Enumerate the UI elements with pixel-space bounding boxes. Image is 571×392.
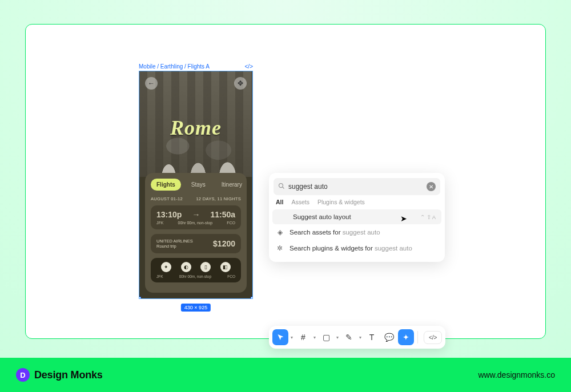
assets-icon: ◈	[276, 228, 284, 236]
tab-itinerary[interactable]: Itinerary	[216, 179, 248, 191]
caret-icon[interactable]: ▾	[358, 335, 363, 340]
frame-code-icon[interactable]: </>	[245, 63, 253, 70]
flight-arrow-icon: →	[192, 210, 200, 219]
selected-frame[interactable]: Mobile / Earthling / Flights A </> ← ✥ R…	[139, 63, 253, 299]
hero-image: ← ✥ Rome	[139, 71, 252, 177]
bottom-arr: FCO	[227, 274, 235, 278]
qa-tabs: All Assets Plugins & widgets	[269, 199, 445, 209]
destination-title: Rome	[139, 116, 252, 140]
depart-code: JFK	[156, 221, 163, 225]
brand-url: www.designmonks.co	[478, 370, 555, 379]
caret-icon[interactable]: ▾	[312, 335, 317, 340]
search-field[interactable]: ✕	[274, 178, 440, 195]
clear-icon[interactable]: ✕	[427, 182, 436, 191]
duration: 12 DAYS, 11 NIGHTS	[196, 196, 241, 201]
nav-note-icon[interactable]: ▯	[200, 262, 211, 272]
flight-box[interactable]: 13:10p → 11:50a JFK 00hr 00m, non-stop F…	[151, 205, 241, 229]
qa-assets-prefix: Search assets for	[289, 229, 343, 236]
search-icon	[278, 181, 285, 192]
frame-breadcrumb: Mobile / Earthling / Flights A </>	[139, 63, 253, 71]
canvas-panel: Mobile / Earthling / Flights A </> ← ✥ R…	[25, 24, 546, 339]
price-box[interactable]: UNITED AIRLINES Round trip $1200	[151, 234, 241, 253]
plugins-icon: ✲	[276, 244, 284, 252]
dates-row: AUGUST 01-12 12 DAYS, 11 NIGHTS	[151, 196, 241, 201]
back-icon[interactable]: ←	[145, 77, 158, 90]
nav-bar: ✦ ◐ ▯ ◧ JFK 00hr 00m, non-stop FCO	[151, 258, 241, 282]
tab-stays[interactable]: Stays	[186, 179, 211, 191]
toolbar: ▾ #▾ ▢▾ ✎▾ T 💬 ✦ </>	[269, 326, 445, 349]
frame-path: Mobile / Earthling / Flights A	[139, 63, 210, 70]
arrive-time: 11:50a	[210, 210, 235, 219]
airline: UNITED AIRLINES	[156, 239, 193, 244]
brand: D Design Monks	[16, 368, 103, 382]
svg-line-1	[283, 187, 284, 189]
divider	[417, 331, 418, 343]
dev-mode-toggle[interactable]: </>	[424, 331, 442, 344]
comment-tool[interactable]: 💬	[381, 329, 397, 345]
footer: D Design Monks www.designmonks.co	[0, 358, 571, 392]
qa-assets-query: suggest auto	[343, 229, 380, 236]
mobile-frame[interactable]: ← ✥ Rome Flights Stays Itinerary AUGUST …	[139, 71, 253, 299]
trip-card: Flights Stays Itinerary AUGUST 01-12 12 …	[145, 173, 247, 293]
bottom-dep: JFK	[156, 274, 163, 278]
qa-tab-plugins[interactable]: Plugins & widgets	[317, 199, 365, 205]
nav-profile-icon[interactable]: ◧	[220, 262, 231, 272]
actions-tool[interactable]: ✦	[398, 329, 414, 345]
qa-item-search-assets[interactable]: ◈ Search assets for suggest auto	[269, 224, 445, 240]
caret-icon[interactable]: ▾	[335, 335, 340, 340]
search-input[interactable]	[288, 183, 427, 191]
frame-tool[interactable]: #	[295, 329, 311, 345]
resize-handle-br[interactable]	[251, 297, 253, 299]
nav-explore-icon[interactable]: ✦	[161, 262, 171, 272]
trip-type: Round trip	[156, 244, 193, 249]
qa-plugins-prefix: Search plugins & widgets for	[289, 245, 375, 252]
trip-tabs: Flights Stays Itinerary	[151, 179, 241, 191]
qa-label: Suggest auto layout	[293, 213, 351, 220]
bottom-duration: 00hr 00m, non-stop	[179, 274, 211, 278]
dimensions-pill: 430 × 925	[181, 304, 211, 312]
depart-time: 13:10p	[156, 210, 182, 219]
quick-actions-panel: ✕ All Assets Plugins & widgets Suggest a…	[269, 173, 445, 262]
qa-tab-assets[interactable]: Assets	[291, 199, 309, 205]
qa-shortcut: ⌃ ⇧ A	[420, 214, 436, 220]
logo-icon: D	[16, 368, 30, 382]
date-range: AUGUST 01-12	[151, 196, 183, 201]
shape-tool[interactable]: ▢	[318, 329, 334, 345]
move-icon[interactable]: ✥	[234, 77, 247, 90]
pen-tool[interactable]: ✎	[341, 329, 357, 345]
svg-point-0	[279, 184, 283, 188]
move-tool[interactable]	[272, 329, 288, 345]
caret-icon[interactable]: ▾	[289, 335, 294, 340]
resize-handle-bl[interactable]	[139, 297, 141, 299]
brand-name: Design Monks	[34, 369, 103, 381]
qa-item-suggest-auto-layout[interactable]: Suggest auto layout ⌃ ⇧ A	[272, 209, 441, 224]
qa-item-search-plugins[interactable]: ✲ Search plugins & widgets for suggest a…	[269, 240, 445, 256]
flight-duration: 00hr 00m, non-stop	[163, 221, 227, 225]
qa-plugins-query: suggest auto	[375, 245, 412, 252]
nav-globe-icon[interactable]: ◐	[181, 262, 191, 272]
qa-tab-all[interactable]: All	[276, 199, 283, 205]
price: $1200	[213, 239, 235, 248]
text-tool[interactable]: T	[364, 329, 380, 345]
tab-flights[interactable]: Flights	[151, 179, 181, 191]
arrive-code: FCO	[227, 221, 235, 225]
